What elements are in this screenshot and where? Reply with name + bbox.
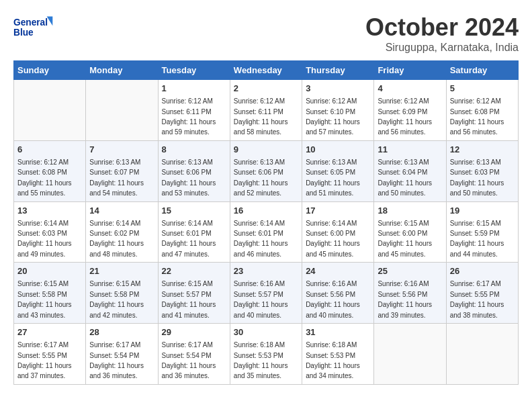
- day-number: 14: [89, 205, 154, 217]
- calendar-subtitle: Siruguppa, Karnataka, India: [365, 42, 519, 54]
- day-info: Sunrise: 6:13 AMSunset: 6:06 PMDaylight:…: [234, 158, 288, 197]
- calendar-cell: 28 Sunrise: 6:17 AMSunset: 5:54 PMDaylig…: [86, 324, 158, 385]
- day-info: Sunrise: 6:17 AMSunset: 5:54 PMDaylight:…: [89, 341, 144, 379]
- calendar-cell: 29 Sunrise: 6:17 AMSunset: 5:54 PMDaylig…: [158, 324, 230, 385]
- column-header-thursday: Thursday: [302, 61, 374, 80]
- logo-svg: General Blue: [13, 13, 54, 40]
- day-number: 24: [306, 265, 370, 277]
- calendar-cell: [446, 324, 518, 385]
- column-header-saturday: Saturday: [446, 61, 518, 80]
- calendar-cell: 3 Sunrise: 6:12 AMSunset: 6:10 PMDayligh…: [302, 80, 374, 141]
- calendar-cell: 31 Sunrise: 6:18 AMSunset: 5:53 PMDaylig…: [302, 324, 374, 385]
- day-number: 10: [306, 144, 370, 156]
- day-number: 13: [17, 205, 82, 217]
- day-info: Sunrise: 6:14 AMSunset: 6:00 PMDaylight:…: [306, 220, 360, 258]
- day-number: 31: [306, 326, 370, 338]
- calendar-cell: 5 Sunrise: 6:12 AMSunset: 6:08 PMDayligh…: [446, 80, 518, 141]
- day-info: Sunrise: 6:13 AMSunset: 6:07 PMDaylight:…: [89, 158, 144, 197]
- day-number: 7: [89, 144, 154, 156]
- day-info: Sunrise: 6:16 AMSunset: 5:57 PMDaylight:…: [234, 280, 288, 318]
- day-number: 23: [234, 265, 298, 277]
- day-info: Sunrise: 6:17 AMSunset: 5:54 PMDaylight:…: [162, 341, 216, 379]
- calendar-cell: 18 Sunrise: 6:15 AMSunset: 6:00 PMDaylig…: [374, 201, 446, 263]
- calendar-cell: 15 Sunrise: 6:14 AMSunset: 6:01 PMDaylig…: [158, 201, 230, 263]
- calendar-cell: 10 Sunrise: 6:13 AMSunset: 6:05 PMDaylig…: [302, 140, 374, 201]
- calendar-cell: 24 Sunrise: 6:16 AMSunset: 5:56 PMDaylig…: [302, 263, 374, 324]
- calendar-cell: 27 Sunrise: 6:17 AMSunset: 5:55 PMDaylig…: [14, 324, 86, 385]
- calendar-cell: 25 Sunrise: 6:16 AMSunset: 5:56 PMDaylig…: [374, 263, 446, 324]
- day-number: 22: [162, 265, 226, 277]
- day-number: 17: [306, 205, 370, 217]
- day-number: 1: [162, 83, 226, 95]
- calendar-cell: 23 Sunrise: 6:16 AMSunset: 5:57 PMDaylig…: [230, 263, 302, 324]
- calendar-cell: 9 Sunrise: 6:13 AMSunset: 6:06 PMDayligh…: [230, 140, 302, 201]
- calendar-cell: 13 Sunrise: 6:14 AMSunset: 6:03 PMDaylig…: [14, 201, 86, 263]
- day-number: 2: [234, 83, 298, 95]
- calendar-cell: 20 Sunrise: 6:15 AMSunset: 5:58 PMDaylig…: [14, 263, 86, 324]
- day-info: Sunrise: 6:14 AMSunset: 6:03 PMDaylight:…: [17, 220, 72, 258]
- svg-text:General: General: [13, 17, 48, 28]
- day-number: 8: [162, 144, 226, 156]
- day-info: Sunrise: 6:12 AMSunset: 6:10 PMDaylight:…: [306, 97, 360, 136]
- day-info: Sunrise: 6:15 AMSunset: 5:59 PMDaylight:…: [450, 220, 504, 258]
- calendar-cell: [86, 80, 158, 141]
- day-info: Sunrise: 6:12 AMSunset: 6:11 PMDaylight:…: [234, 97, 288, 136]
- column-header-wednesday: Wednesday: [230, 61, 302, 80]
- day-info: Sunrise: 6:15 AMSunset: 6:00 PMDaylight:…: [378, 220, 432, 258]
- column-header-tuesday: Tuesday: [158, 61, 230, 80]
- day-info: Sunrise: 6:16 AMSunset: 5:56 PMDaylight:…: [306, 280, 360, 318]
- day-number: 12: [450, 144, 515, 156]
- day-number: 6: [17, 144, 82, 156]
- title-block: October 2024 Siruguppa, Karnataka, India: [365, 13, 519, 54]
- calendar-cell: 17 Sunrise: 6:14 AMSunset: 6:00 PMDaylig…: [302, 201, 374, 263]
- day-number: 20: [17, 265, 82, 277]
- day-info: Sunrise: 6:13 AMSunset: 6:06 PMDaylight:…: [162, 158, 216, 197]
- day-number: 5: [450, 83, 515, 95]
- day-info: Sunrise: 6:17 AMSunset: 5:55 PMDaylight:…: [17, 341, 72, 379]
- day-number: 16: [234, 205, 298, 217]
- day-number: 4: [378, 83, 442, 95]
- day-info: Sunrise: 6:18 AMSunset: 5:53 PMDaylight:…: [306, 341, 360, 379]
- calendar-cell: [14, 80, 86, 141]
- day-number: 21: [89, 265, 154, 277]
- day-number: 29: [162, 326, 226, 338]
- day-number: 9: [234, 144, 298, 156]
- column-header-sunday: Sunday: [14, 61, 86, 80]
- day-info: Sunrise: 6:17 AMSunset: 5:55 PMDaylight:…: [450, 280, 504, 318]
- calendar-cell: 26 Sunrise: 6:17 AMSunset: 5:55 PMDaylig…: [446, 263, 518, 324]
- calendar-cell: 1 Sunrise: 6:12 AMSunset: 6:11 PMDayligh…: [158, 80, 230, 141]
- calendar-cell: [374, 324, 446, 385]
- day-info: Sunrise: 6:12 AMSunset: 6:08 PMDaylight:…: [450, 97, 504, 136]
- calendar-cell: 12 Sunrise: 6:13 AMSunset: 6:03 PMDaylig…: [446, 140, 518, 201]
- calendar-cell: 8 Sunrise: 6:13 AMSunset: 6:06 PMDayligh…: [158, 140, 230, 201]
- calendar-cell: 2 Sunrise: 6:12 AMSunset: 6:11 PMDayligh…: [230, 80, 302, 141]
- day-number: 26: [450, 265, 515, 277]
- day-info: Sunrise: 6:13 AMSunset: 6:04 PMDaylight:…: [378, 158, 432, 197]
- calendar-cell: 16 Sunrise: 6:14 AMSunset: 6:01 PMDaylig…: [230, 201, 302, 263]
- day-info: Sunrise: 6:14 AMSunset: 6:01 PMDaylight:…: [162, 220, 216, 258]
- day-number: 30: [234, 326, 298, 338]
- day-number: 19: [450, 205, 515, 217]
- day-number: 18: [378, 205, 442, 217]
- calendar-cell: 19 Sunrise: 6:15 AMSunset: 5:59 PMDaylig…: [446, 201, 518, 263]
- calendar-cell: 22 Sunrise: 6:15 AMSunset: 5:57 PMDaylig…: [158, 263, 230, 324]
- column-header-friday: Friday: [374, 61, 446, 80]
- day-number: 25: [378, 265, 442, 277]
- calendar-cell: 6 Sunrise: 6:12 AMSunset: 6:08 PMDayligh…: [14, 140, 86, 201]
- day-info: Sunrise: 6:15 AMSunset: 5:58 PMDaylight:…: [89, 280, 144, 318]
- calendar-cell: 30 Sunrise: 6:18 AMSunset: 5:53 PMDaylig…: [230, 324, 302, 385]
- day-number: 15: [162, 205, 226, 217]
- day-info: Sunrise: 6:12 AMSunset: 6:11 PMDaylight:…: [162, 97, 216, 136]
- day-number: 27: [17, 326, 82, 338]
- day-info: Sunrise: 6:14 AMSunset: 6:01 PMDaylight:…: [234, 220, 288, 258]
- day-info: Sunrise: 6:16 AMSunset: 5:56 PMDaylight:…: [378, 280, 432, 318]
- svg-text:Blue: Blue: [13, 28, 34, 38]
- column-header-monday: Monday: [86, 61, 158, 80]
- calendar-cell: 14 Sunrise: 6:14 AMSunset: 6:02 PMDaylig…: [86, 201, 158, 263]
- page-header: General Blue October 2024 Siruguppa, Kar…: [13, 13, 519, 54]
- calendar-title: October 2024: [365, 13, 519, 42]
- day-info: Sunrise: 6:13 AMSunset: 6:03 PMDaylight:…: [450, 158, 504, 197]
- day-number: 3: [306, 83, 370, 95]
- logo: General Blue: [13, 13, 54, 40]
- day-info: Sunrise: 6:14 AMSunset: 6:02 PMDaylight:…: [89, 220, 144, 258]
